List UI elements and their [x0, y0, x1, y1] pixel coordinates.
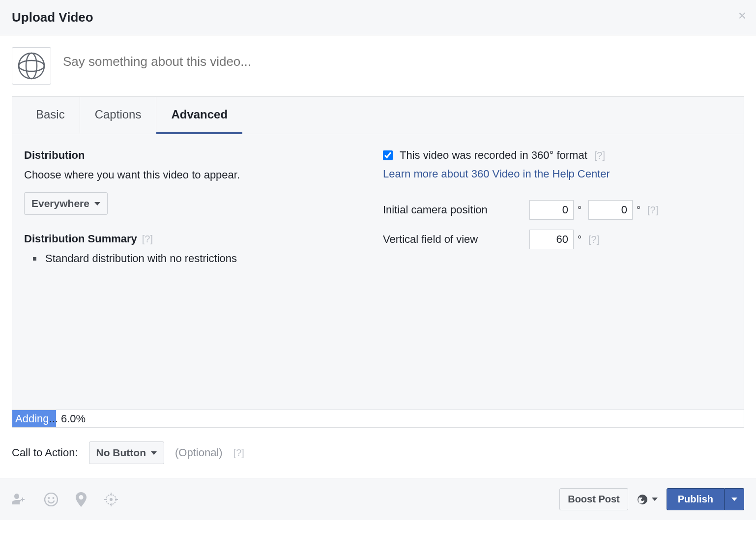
- learn-more-360-link[interactable]: Learn more about 360 Video in the Help C…: [383, 168, 732, 180]
- distribution-dropdown[interactable]: Everywhere: [24, 192, 108, 215]
- recorded-360-checkbox[interactable]: [383, 150, 393, 160]
- distribution-summary-heading: Distribution Summary [?]: [24, 233, 373, 245]
- svg-point-0: [19, 53, 44, 79]
- help-icon[interactable]: [?]: [588, 234, 599, 245]
- distribution-summary-heading-text: Distribution Summary: [24, 233, 137, 245]
- feeling-icon[interactable]: [44, 493, 58, 506]
- publish-button[interactable]: Publish: [667, 488, 725, 510]
- composer-row: [0, 35, 756, 96]
- video-thumbnail[interactable]: [12, 47, 51, 85]
- cta-dropdown[interactable]: No Button: [89, 441, 164, 464]
- degree-symbol: °: [637, 205, 640, 216]
- boost-post-button[interactable]: Boost Post: [559, 488, 628, 510]
- tab-basic[interactable]: Basic: [21, 97, 80, 134]
- settings-panel: Basic Captions Advanced Distribution Cho…: [12, 96, 744, 410]
- chevron-down-icon: [151, 451, 157, 455]
- close-icon[interactable]: ×: [738, 9, 746, 23]
- tab-captions[interactable]: Captions: [80, 97, 157, 134]
- fov-label: Vertical field of view: [383, 233, 525, 246]
- privacy-selector[interactable]: [637, 494, 658, 505]
- distribution-heading: Distribution: [24, 149, 373, 162]
- fov-row: Vertical field of view ° [?]: [383, 230, 732, 249]
- tab-bar: Basic Captions Advanced: [12, 97, 744, 134]
- recorded-360-row[interactable]: This video was recorded in 360° format […: [383, 149, 732, 162]
- globe-icon: [637, 494, 648, 505]
- upload-progress-text: Adding... 6.0%: [12, 412, 86, 425]
- fov-input[interactable]: [529, 230, 574, 249]
- distribution-desc: Choose where you want this video to appe…: [24, 169, 373, 181]
- degree-symbol: °: [578, 205, 582, 216]
- globe-360-icon: [18, 52, 45, 80]
- help-icon[interactable]: [?]: [594, 150, 605, 161]
- cta-dropdown-label: No Button: [96, 447, 146, 459]
- distribution-summary-list: Standard distribution with no restrictio…: [24, 252, 373, 265]
- recorded-360-label: This video was recorded in 360° format: [400, 149, 587, 162]
- upload-video-modal: Upload Video × Basic Captions Advanced D…: [0, 0, 756, 520]
- svg-point-2: [26, 53, 37, 79]
- footer-tools: [12, 492, 118, 507]
- degree-symbol: °: [578, 234, 582, 245]
- help-icon[interactable]: [?]: [647, 205, 658, 216]
- initial-camera-label: Initial camera position: [383, 204, 525, 216]
- cta-optional-text: (Optional): [175, 446, 223, 459]
- summary-item: Standard distribution with no restrictio…: [24, 252, 373, 265]
- location-icon[interactable]: [76, 492, 87, 507]
- panel-body: Distribution Choose where you want this …: [12, 134, 744, 410]
- modal-footer: Boost Post Publish: [0, 478, 756, 520]
- video-description-input[interactable]: [63, 47, 744, 69]
- call-to-action-row: Call to Action: No Button (Optional) [?]: [0, 428, 756, 478]
- footer-actions: Boost Post Publish: [559, 488, 744, 510]
- distribution-dropdown-label: Everywhere: [31, 198, 89, 209]
- publish-dropdown[interactable]: [725, 488, 744, 510]
- svg-point-5: [53, 497, 55, 499]
- modal-header: Upload Video ×: [0, 0, 756, 35]
- cta-label: Call to Action:: [12, 446, 78, 459]
- initial-camera-input-1[interactable]: [529, 200, 574, 220]
- svg-point-7: [110, 498, 113, 501]
- chevron-down-icon: [94, 202, 100, 206]
- three-sixty-column: This video was recorded in 360° format […: [383, 149, 732, 405]
- initial-camera-input-2[interactable]: [588, 200, 633, 220]
- svg-point-1: [19, 60, 44, 71]
- distribution-column: Distribution Choose where you want this …: [24, 149, 373, 405]
- summary-item-text: Standard distribution with no restrictio…: [45, 252, 237, 265]
- tab-advanced[interactable]: Advanced: [156, 97, 242, 134]
- initial-camera-row: Initial camera position ° ° [?]: [383, 200, 732, 220]
- chevron-down-icon: [652, 498, 658, 501]
- publish-button-group: Publish: [667, 488, 744, 510]
- help-icon[interactable]: [?]: [142, 234, 153, 245]
- chevron-down-icon: [731, 498, 737, 501]
- targeting-icon[interactable]: [104, 493, 118, 506]
- tag-people-icon[interactable]: [12, 493, 27, 506]
- svg-point-3: [45, 493, 58, 506]
- modal-title: Upload Video: [12, 10, 744, 25]
- svg-point-4: [48, 497, 50, 499]
- help-icon[interactable]: [?]: [233, 447, 244, 459]
- upload-progress: Adding... 6.0%: [12, 410, 744, 428]
